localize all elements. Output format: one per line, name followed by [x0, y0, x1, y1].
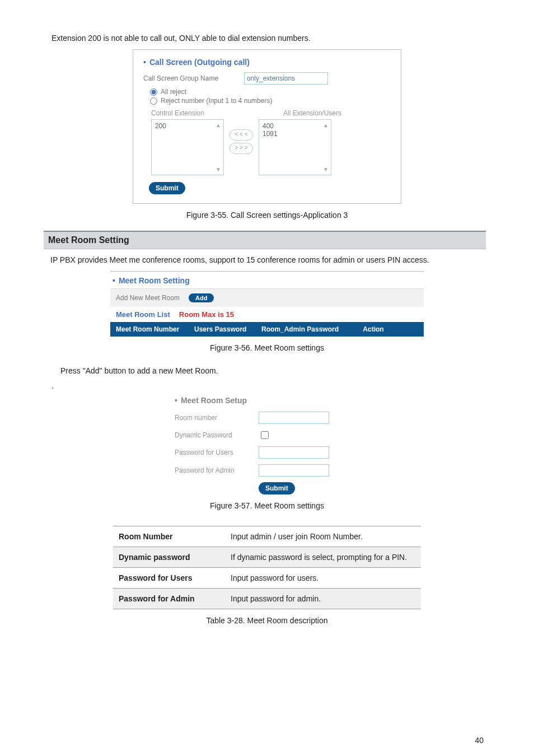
col-users-password: Users Password: [194, 325, 261, 333]
scroll-down-icon[interactable]: ▼: [323, 166, 329, 172]
bullet-icon: •: [113, 276, 119, 285]
control-ext-header: Control Extension: [151, 109, 252, 117]
list-item: 1091: [263, 130, 327, 138]
col-admin-password: Room_Admin Password: [261, 325, 351, 333]
list-item: 200: [155, 122, 166, 130]
password-users-input[interactable]: [259, 446, 329, 459]
group-name-input[interactable]: [244, 72, 328, 85]
move-left-button[interactable]: < < <: [229, 129, 253, 141]
room-table-header: Meet Room Number Users Password Room_Adm…: [110, 322, 424, 337]
intro-text: Extension 200 is not able to call out, O…: [51, 34, 484, 43]
mrs-title-text: Meet Room Setting: [119, 276, 190, 285]
table-row: Password for Users Input password for us…: [113, 568, 421, 589]
all-ext-header: All Extension/Users: [252, 109, 373, 117]
group-name-label: Call Screen Group Name: [143, 74, 244, 82]
description-table: Room Number Input admin / user join Room…: [113, 526, 421, 609]
password-admin-input[interactable]: [259, 464, 329, 477]
press-add-text: Press "Add" button to add a new Meet Roo…: [60, 363, 484, 379]
desc-value: If dynamic password is select, prompting…: [225, 547, 421, 568]
table-row: Room Number Input admin / user join Room…: [113, 526, 421, 547]
add-room-button[interactable]: Add: [189, 293, 214, 302]
all-reject-radio[interactable]: [150, 88, 157, 96]
scroll-up-icon[interactable]: ▲: [216, 122, 221, 128]
room-number-input[interactable]: [259, 412, 329, 424]
table-row: Password for Admin Input password for ad…: [113, 589, 421, 609]
desc-value: Input password for admin.: [225, 589, 421, 609]
dynamic-password-label: Dynamic Password: [175, 431, 259, 439]
scroll-up-icon[interactable]: ▲: [323, 122, 329, 128]
password-admin-label: Password for Admin: [175, 466, 259, 474]
desc-key: Room Number: [113, 526, 225, 547]
desc-value: Input admin / user join Room Number.: [225, 526, 421, 547]
table-row: Dynamic password If dynamic password is …: [113, 547, 421, 568]
reject-number-radio[interactable]: [150, 97, 157, 105]
desc-key: Password for Users: [113, 568, 225, 589]
table-caption: Table 3-28. Meet Room description: [50, 616, 484, 625]
control-ext-list[interactable]: 200 ▲ ▼: [151, 119, 224, 175]
meet-room-setting-panel: •Meet Room Setting Add New Meet Room Add…: [110, 271, 424, 337]
move-right-button[interactable]: > > >: [229, 143, 253, 154]
figure-caption-3: Figure 3-57. Meet Room settings: [50, 501, 484, 510]
setup-title: Meet Room Setup: [181, 396, 247, 405]
add-room-label: Add New Meet Room: [116, 294, 189, 302]
col-room-number: Meet Room Number: [116, 325, 194, 333]
setup-submit-button[interactable]: Submit: [259, 482, 295, 494]
scroll-down-icon[interactable]: ▼: [216, 166, 221, 172]
bullet-icon: •: [175, 396, 181, 405]
room-number-label: Room number: [175, 414, 259, 422]
call-screen-panel: •Call Screen (Outgoing call) Call Screen…: [133, 49, 401, 204]
desc-value: Input password for users.: [225, 568, 421, 589]
submit-button[interactable]: Submit: [149, 182, 185, 194]
section-meet-room: Meet Room Setting: [44, 231, 486, 249]
call-screen-title-text: Call Screen (Outgoing call): [149, 58, 250, 67]
desc-key: Password for Admin: [113, 589, 225, 609]
dynamic-password-checkbox[interactable]: [261, 431, 269, 439]
all-reject-label: All reject: [161, 88, 186, 96]
section-body: IP PBX provides Meet me conference rooms…: [50, 253, 484, 268]
room-list-title: Meet Room List: [116, 310, 170, 319]
figure-caption-1: Figure 3-55. Call Screen settings-Applic…: [50, 211, 484, 220]
reject-number-label: Reject number (Input 1 to 4 numbers): [161, 97, 272, 105]
password-users-label: Password for Users: [175, 449, 259, 456]
bullet-icon: •: [143, 58, 149, 67]
page-number: 40: [475, 736, 484, 745]
figure-caption-2: Figure 3-56. Meet Room settings: [50, 343, 484, 352]
col-action: Action: [351, 325, 396, 333]
desc-key: Dynamic password: [113, 547, 225, 568]
meet-room-setup-panel: •Meet Room Setup Room number Dynamic Pas…: [175, 396, 359, 494]
all-ext-list[interactable]: 400 1091 ▲ ▼: [259, 119, 331, 175]
list-item: 400: [263, 122, 327, 130]
call-screen-title: •Call Screen (Outgoing call): [143, 58, 391, 67]
room-max-label: Room Max is 15: [179, 310, 234, 319]
